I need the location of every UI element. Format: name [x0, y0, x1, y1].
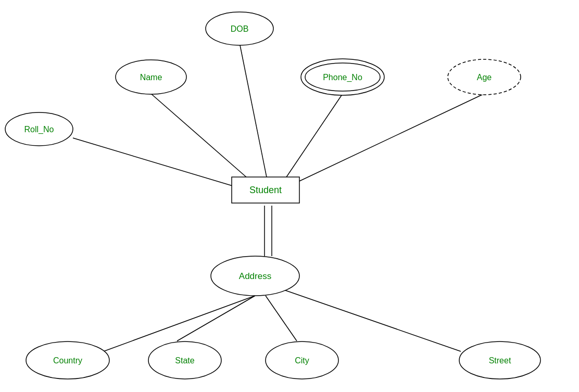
country-label: Country — [53, 356, 82, 365]
rollno-label: Roll_No — [24, 125, 54, 134]
dob-label: DOB — [231, 24, 249, 33]
svg-line-8 — [177, 296, 255, 341]
name-label: Name — [140, 73, 162, 82]
address-label: Address — [239, 271, 271, 281]
street-label: Street — [489, 356, 511, 365]
svg-line-2 — [281, 94, 343, 185]
state-label: State — [175, 356, 194, 365]
svg-line-4 — [73, 138, 255, 193]
svg-line-3 — [292, 94, 484, 185]
svg-line-0 — [240, 43, 268, 185]
city-label: City — [295, 356, 309, 365]
age-label: Age — [477, 73, 492, 82]
phoneno-label: Phone_No — [323, 73, 362, 82]
svg-line-9 — [266, 296, 297, 341]
student-label: Student — [249, 185, 282, 195]
svg-line-1 — [151, 94, 255, 185]
